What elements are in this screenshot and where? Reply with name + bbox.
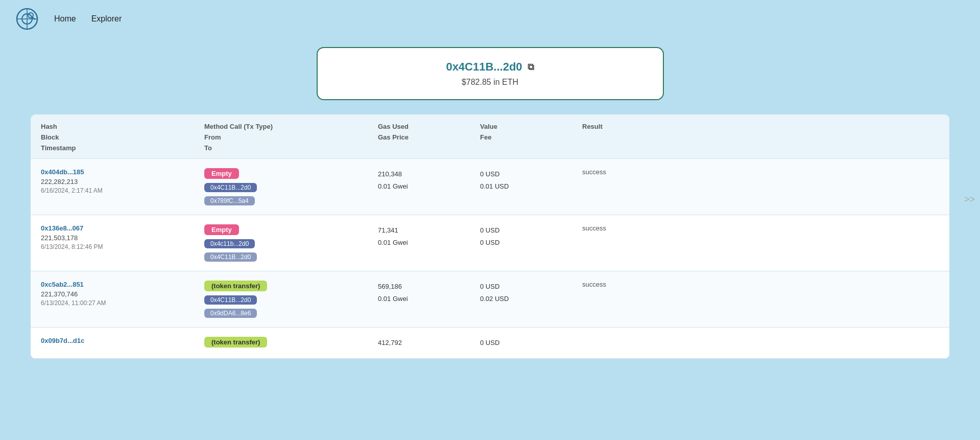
fee-usd-2: 0.02 USD	[480, 293, 582, 305]
tx-hash-0[interactable]: 0x404db...185	[41, 168, 204, 176]
th-value: Value Fee	[480, 122, 582, 153]
gas-used-1: 71,341	[378, 224, 480, 236]
nav-home[interactable]: Home	[54, 14, 76, 24]
th-method: Method Call (Tx Type) From To	[204, 122, 378, 153]
to-addr-2[interactable]: 0x9dDA6...8e6	[204, 309, 257, 318]
cell-method-0: Empty 0x4C11B...2d0 0x789fC...5a4	[204, 168, 378, 205]
th-hash: Hash Block Timestamp	[41, 122, 204, 153]
cell-method-1: Empty 0x4c11b...2d0 0x4C11B...2d0	[204, 224, 378, 262]
tx-hash-3[interactable]: 0x09b7d...d1c	[41, 337, 204, 344]
th-result: Result	[582, 122, 664, 153]
transactions-table: Hash Block Timestamp Method Call (Tx Typ…	[31, 114, 949, 359]
table-row: 0x404db...185 222,282,213 6/16/2024, 2:1…	[31, 159, 949, 215]
value-usd-3: 0 USD	[480, 337, 582, 349]
address-balance: $782.85 in ETH	[338, 78, 642, 87]
from-addr-1[interactable]: 0x4c11b...2d0	[204, 239, 255, 248]
logo-icon	[15, 7, 39, 31]
cell-value-1: 0 USD 0 USD	[480, 224, 582, 248]
cell-result-0: success	[582, 168, 664, 176]
method-badge-0: Empty	[204, 168, 239, 179]
cell-value-2: 0 USD 0.02 USD	[480, 281, 582, 305]
method-badge-2: (token transfer)	[204, 281, 267, 291]
cell-gas-1: 71,341 0.01 Gwei	[378, 224, 480, 248]
value-usd-2: 0 USD	[480, 281, 582, 292]
cell-hash-2: 0xc5ab2...851 221,370,746 6/13/2024, 11:…	[41, 281, 204, 307]
tx-hash-2[interactable]: 0xc5ab2...851	[41, 281, 204, 288]
tx-timestamp-1: 6/13/2024, 8:12:46 PM	[41, 243, 204, 250]
from-addr-2[interactable]: 0x4C11B...2d0	[204, 295, 257, 305]
to-addr-0[interactable]: 0x789fC...5a4	[204, 196, 255, 205]
gas-price-0: 0.01 Gwei	[378, 180, 480, 192]
tx-block-0: 222,282,213	[41, 178, 204, 186]
cell-hash-0: 0x404db...185 222,282,213 6/16/2024, 2:1…	[41, 168, 204, 194]
tx-hash-1[interactable]: 0x136e8...067	[41, 224, 204, 232]
table-row: 0x09b7d...d1c (token transfer) 412,792 0…	[31, 328, 949, 358]
result-text-2: success	[582, 281, 606, 288]
table-row: 0x136e8...067 221,503,178 6/13/2024, 8:1…	[31, 215, 949, 271]
fee-usd-1: 0 USD	[480, 237, 582, 248]
table-body: 0x404db...185 222,282,213 6/16/2024, 2:1…	[31, 159, 949, 358]
cell-value-0: 0 USD 0.01 USD	[480, 168, 582, 192]
cell-method-3: (token transfer)	[204, 337, 378, 348]
cell-result-1: success	[582, 224, 664, 232]
cell-gas-0: 210,348 0.01 Gwei	[378, 168, 480, 192]
result-text-1: success	[582, 224, 606, 232]
from-addr-0[interactable]: 0x4C11B...2d0	[204, 183, 257, 192]
logo	[15, 7, 39, 31]
copy-icon[interactable]: ⧉	[528, 62, 534, 73]
th-gas: Gas Used Gas Price	[378, 122, 480, 153]
result-text-0: success	[582, 168, 606, 176]
scroll-hint: >>	[964, 194, 975, 205]
value-usd-1: 0 USD	[480, 224, 582, 236]
cell-value-3: 0 USD	[480, 337, 582, 349]
gas-price-1: 0.01 Gwei	[378, 237, 480, 248]
value-usd-0: 0 USD	[480, 168, 582, 180]
gas-used-3: 412,792	[378, 337, 480, 349]
cell-hash-1: 0x136e8...067 221,503,178 6/13/2024, 8:1…	[41, 224, 204, 250]
cell-method-2: (token transfer) 0x4C11B...2d0 0x9dDA6..…	[204, 281, 378, 318]
tx-timestamp-0: 6/16/2024, 2:17:41 AM	[41, 187, 204, 194]
to-addr-1[interactable]: 0x4C11B...2d0	[204, 252, 257, 262]
gas-used-0: 210,348	[378, 168, 480, 180]
cell-result-2: success	[582, 281, 664, 288]
tx-block-1: 221,503,178	[41, 234, 204, 242]
nav-explorer[interactable]: Explorer	[91, 14, 122, 24]
cell-hash-3: 0x09b7d...d1c	[41, 337, 204, 346]
address-hash-row: 0x4C11B...2d0 ⧉	[338, 60, 642, 74]
method-badge-1: Empty	[204, 224, 239, 235]
gas-price-2: 0.01 Gwei	[378, 293, 480, 305]
cell-gas-2: 569,186 0.01 Gwei	[378, 281, 480, 305]
cell-gas-3: 412,792	[378, 337, 480, 349]
tx-block-2: 221,370,746	[41, 290, 204, 298]
tx-timestamp-2: 6/13/2024, 11:00:27 AM	[41, 299, 204, 307]
method-badge-3: (token transfer)	[204, 337, 267, 348]
fee-usd-0: 0.01 USD	[480, 180, 582, 192]
table-header: Hash Block Timestamp Method Call (Tx Typ…	[31, 114, 949, 159]
table-row: 0xc5ab2...851 221,370,746 6/13/2024, 11:…	[31, 271, 949, 328]
gas-used-2: 569,186	[378, 281, 480, 292]
navbar: Home Explorer	[0, 0, 980, 38]
address-hash-text: 0x4C11B...2d0	[446, 60, 522, 74]
address-card: 0x4C11B...2d0 ⧉ $782.85 in ETH	[317, 47, 664, 100]
